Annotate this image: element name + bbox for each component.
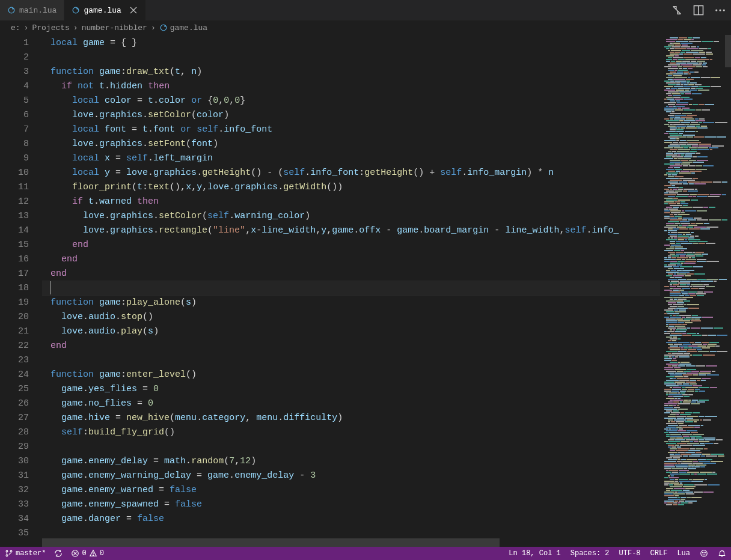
- code-line[interactable]: game.enemy_delay = math.random(7,12): [42, 454, 660, 469]
- split-editor-icon[interactable]: [693, 4, 705, 16]
- minimap-line: [664, 225, 727, 226]
- breadcrumb-seg[interactable]: e:: [11, 23, 20, 32]
- minimap-line: [664, 106, 727, 107]
- line-number: 1: [0, 36, 42, 50]
- code-line[interactable]: self:build_fly_grid(): [42, 425, 660, 440]
- code-line[interactable]: local game = { }: [42, 36, 660, 50]
- minimap-line: [664, 466, 727, 467]
- minimap-line: [664, 475, 727, 476]
- minimap-line: [664, 347, 727, 348]
- minimap-line: [664, 88, 727, 89]
- code-line[interactable]: game.hive = new_hive(menu.category, menu…: [42, 411, 660, 425]
- problems[interactable]: 0 0: [71, 549, 103, 558]
- code-line[interactable]: [42, 353, 660, 368]
- eol[interactable]: CRLF: [650, 549, 668, 558]
- language-mode[interactable]: Lua: [677, 549, 690, 558]
- code-line[interactable]: end: [42, 252, 660, 267]
- tab-game-lua[interactable]: game.lua: [64, 0, 145, 20]
- minimap-line: [664, 62, 727, 64]
- code-line[interactable]: floor_print(t:text(),x,y,love.graphics.g…: [42, 180, 660, 195]
- scrollbar-thumb[interactable]: [725, 35, 731, 67]
- code-line[interactable]: function game:play_alone(s): [42, 296, 660, 310]
- scrollbar-thumb[interactable]: [42, 538, 500, 547]
- code-line[interactable]: [42, 281, 660, 296]
- encoding[interactable]: UTF-8: [619, 549, 641, 558]
- minimap-line: [664, 387, 727, 388]
- code-line[interactable]: local x = self.left_margin: [42, 151, 660, 166]
- code-line[interactable]: game.enemy_warned = false: [42, 483, 660, 498]
- line-number: 8: [0, 137, 42, 151]
- breadcrumb-file[interactable]: game.lua: [159, 23, 207, 32]
- minimap-line: [664, 187, 727, 188]
- code-line[interactable]: game.enemy_warning_delay = game.enemy_de…: [42, 469, 660, 483]
- minimap-line: [664, 50, 727, 51]
- code-line[interactable]: local y = love.graphics.getHeight() - (s…: [42, 166, 660, 180]
- code-line[interactable]: end: [42, 339, 660, 353]
- code-line[interactable]: love.graphics.setColor(color): [42, 108, 660, 123]
- code-line[interactable]: love.audio.stop(): [42, 310, 660, 324]
- code-line[interactable]: end: [42, 238, 660, 252]
- code-area[interactable]: local game = { }function game:draw_txt(t…: [42, 35, 660, 538]
- compare-changes-icon[interactable]: [671, 4, 683, 16]
- minimap-line: [664, 454, 727, 455]
- code-line[interactable]: end: [42, 267, 660, 281]
- minimap-line: [664, 499, 727, 500]
- indent-setting[interactable]: Spaces: 2: [570, 549, 610, 558]
- sync-button[interactable]: [54, 549, 63, 558]
- notifications-icon[interactable]: [718, 549, 726, 558]
- cursor-position[interactable]: Ln 18, Col 1: [509, 549, 560, 558]
- code-line[interactable]: if t.warned then: [42, 195, 660, 209]
- line-number: 28: [0, 425, 42, 440]
- breadcrumb-seg[interactable]: number-nibbler: [82, 23, 147, 32]
- code-line[interactable]: love.graphics.setColor(self.warning_colo…: [42, 209, 660, 224]
- code-line[interactable]: if not t.hidden then: [42, 79, 660, 94]
- minimap-line: [664, 167, 727, 168]
- minimap-line: [664, 495, 727, 496]
- minimap-line: [664, 162, 727, 163]
- minimap[interactable]: [660, 35, 731, 547]
- lua-icon: [7, 6, 16, 14]
- minimap-line: [664, 95, 727, 96]
- code-line[interactable]: game.no_flies = 0: [42, 397, 660, 411]
- breadcrumb: e: › Projects › number-nibbler › game.lu…: [0, 20, 731, 35]
- code-line[interactable]: love.audio.play(s): [42, 324, 660, 339]
- code-line[interactable]: function game:draw_txt(t, n): [42, 65, 660, 79]
- minimap-line: [664, 344, 727, 345]
- code-line[interactable]: game.yes_flies = 0: [42, 382, 660, 397]
- minimap-line: [664, 423, 727, 424]
- line-number: 27: [0, 411, 42, 425]
- minimap-line: [664, 212, 727, 213]
- feedback-icon[interactable]: [700, 549, 708, 558]
- code-line[interactable]: [42, 50, 660, 65]
- code-line[interactable]: [42, 440, 660, 454]
- close-icon[interactable]: [129, 5, 138, 15]
- minimap-line: [664, 486, 727, 487]
- git-branch[interactable]: master*: [5, 549, 46, 558]
- lua-icon: [72, 6, 80, 14]
- minimap-line: [664, 401, 727, 403]
- minimap-line: [664, 473, 727, 475]
- code-line[interactable]: local color = t.color or {0,0,0}: [42, 94, 660, 108]
- more-icon[interactable]: [714, 4, 726, 16]
- minimap-line: [664, 228, 727, 230]
- minimap-line: [664, 113, 727, 114]
- tab-main-lua[interactable]: main.lua: [0, 0, 64, 20]
- breadcrumb-seg[interactable]: Projects: [32, 23, 69, 32]
- minimap-line: [664, 178, 727, 179]
- code-line[interactable]: love.graphics.rectangle("line",x-line_wi…: [42, 224, 660, 238]
- horizontal-scrollbar[interactable]: [42, 538, 660, 547]
- code-line[interactable]: love.graphics.setFont(font): [42, 137, 660, 151]
- code-line[interactable]: game.enemy_spawned = false: [42, 498, 660, 512]
- minimap-line: [664, 468, 727, 469]
- minimap-line: [664, 99, 727, 100]
- minimap-scrollbar[interactable]: [725, 35, 731, 547]
- code-line[interactable]: [42, 526, 660, 538]
- code-line[interactable]: game.danger = false: [42, 512, 660, 526]
- minimap-line: [664, 234, 727, 235]
- minimap-line: [664, 376, 727, 377]
- line-number: 24: [0, 368, 42, 382]
- code-line[interactable]: local font = t.font or self.info_font: [42, 123, 660, 137]
- code-line[interactable]: function game:enter_level(): [42, 368, 660, 382]
- minimap-line: [664, 430, 727, 431]
- lua-icon: [159, 23, 168, 32]
